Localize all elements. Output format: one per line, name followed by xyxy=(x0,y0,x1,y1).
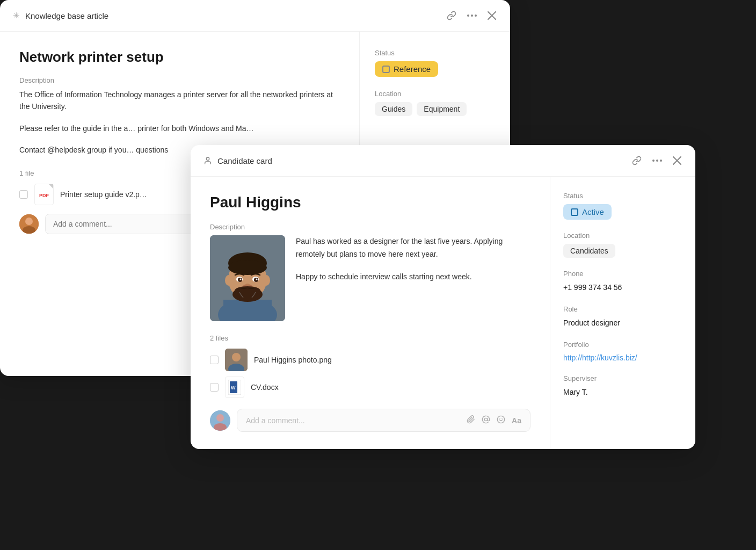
candidate-file-item-photo: Paul Higgins photo.png xyxy=(210,349,530,371)
candidate-desc-text-2: Happy to schedule interview calls starti… xyxy=(296,271,530,284)
svg-point-6 xyxy=(25,218,33,225)
candidate-link-button[interactable] xyxy=(631,155,643,167)
svg-point-21 xyxy=(228,260,267,275)
candidate-sidebar: Status Active Location Candidates Phone … xyxy=(550,177,695,449)
candidate-photo xyxy=(210,235,285,321)
candidate-role-section: Role Product designer xyxy=(563,305,682,329)
kb-location-tag-guides[interactable]: Guides xyxy=(375,102,412,116)
kb-description-section: Description The Office of Information Te… xyxy=(19,76,340,156)
candidate-card-title: Candidate card xyxy=(217,156,272,165)
svg-text:W: W xyxy=(231,385,236,390)
candidate-location-label: Location xyxy=(563,231,682,240)
kb-article-title: Network printer setup xyxy=(19,49,340,66)
svg-point-29 xyxy=(256,279,258,280)
candidate-dots-button[interactable] xyxy=(651,158,663,163)
candidate-photo-thumb xyxy=(225,349,248,371)
svg-point-0 xyxy=(467,15,469,17)
candidate-file-name-photo: Paul Higgins photo.png xyxy=(254,356,332,364)
kb-link-button[interactable] xyxy=(446,10,457,21)
kb-location-section: Location Guides Equipment xyxy=(375,90,495,116)
candidate-files-count: 2 files xyxy=(210,334,530,342)
candidate-description-section: Description xyxy=(210,223,530,321)
svg-point-1 xyxy=(471,15,473,17)
kb-location-tags: Guides Equipment xyxy=(375,102,495,116)
candidate-portfolio-link[interactable]: http://http://kuvzlis.biz/ xyxy=(563,353,637,362)
svg-point-23 xyxy=(263,275,270,286)
candidate-location-section: Location Candidates xyxy=(563,231,682,258)
svg-point-8 xyxy=(206,157,209,160)
kb-description-text-1: The Office of Information Technology man… xyxy=(19,89,340,113)
candidate-name: Paul Higgins xyxy=(210,194,530,211)
candidate-superviser-value: Mary T. xyxy=(563,387,682,398)
candidate-comment-placeholder: Add a comment... xyxy=(246,416,305,425)
kb-location-tag-equipment[interactable]: Equipment xyxy=(417,102,467,116)
kb-location-label: Location xyxy=(375,90,495,98)
kb-status-value: Reference xyxy=(394,64,431,74)
at-icon[interactable] xyxy=(482,415,490,425)
candidate-files-section: 2 files Paul Higgins photo.png xyxy=(210,334,530,398)
candidate-status-checkbox xyxy=(571,208,578,216)
candidate-file-name-cv: CV.docx xyxy=(251,383,279,392)
kb-commenter-avatar xyxy=(19,214,39,234)
text-format-icon[interactable]: Aa xyxy=(512,416,521,425)
candidate-superviser-label: Superviser xyxy=(563,374,682,382)
svg-point-22 xyxy=(225,275,232,286)
emoji-icon[interactable] xyxy=(497,415,505,425)
candidate-comment-input[interactable]: Add a comment... Aa xyxy=(237,409,530,432)
candidate-desc-text: Paul has worked as a designer for the la… xyxy=(296,235,530,261)
candidate-header-left: Candidate card xyxy=(203,156,272,165)
kb-file-checkbox[interactable] xyxy=(19,190,28,199)
svg-point-28 xyxy=(240,279,242,280)
candidate-card-header: Candidate card xyxy=(191,145,695,177)
word-icon: W xyxy=(225,377,244,398)
candidate-description-label: Description xyxy=(210,223,530,231)
candidate-comment-row: Add a comment... Aa xyxy=(210,409,530,432)
candidate-phone-label: Phone xyxy=(563,270,682,278)
candidate-role-value: Product designer xyxy=(563,317,682,329)
kb-status-checkbox xyxy=(382,66,390,73)
candidate-file-checkbox-1[interactable] xyxy=(210,356,219,364)
candidate-status-section: Status Active xyxy=(563,192,682,220)
svg-point-2 xyxy=(475,15,477,17)
candidate-portfolio-section: Portfolio http://http://kuvzlis.biz/ xyxy=(563,341,682,363)
candidate-desc-text-container: Paul has worked as a designer for the la… xyxy=(296,235,530,283)
candidate-phone-section: Phone +1 999 374 34 56 xyxy=(563,270,682,293)
candidate-location-tags: Candidates xyxy=(563,244,682,258)
candidate-status-badge[interactable]: Active xyxy=(563,204,612,220)
candidate-role-label: Role xyxy=(563,305,682,313)
pdf-icon: PDF xyxy=(34,184,54,205)
kb-header-right xyxy=(446,10,497,21)
candidate-location-tag[interactable]: Candidates xyxy=(563,244,615,258)
svg-point-44 xyxy=(484,418,487,421)
kb-card-title: Knowledge base article xyxy=(25,11,108,20)
svg-point-11 xyxy=(660,160,662,162)
svg-point-45 xyxy=(497,416,504,423)
candidate-file-checkbox-2[interactable] xyxy=(210,383,219,392)
kb-status-badge[interactable]: Reference xyxy=(375,61,438,77)
candidate-portfolio-label: Portfolio xyxy=(563,341,682,349)
candidate-header-right xyxy=(631,155,682,167)
svg-point-42 xyxy=(216,414,224,422)
kb-description-label: Description xyxy=(19,76,340,84)
candidate-card-body: Paul Higgins Description xyxy=(191,177,695,449)
paperclip-icon[interactable] xyxy=(467,415,475,425)
candidate-superviser-section: Superviser Mary T. xyxy=(563,374,682,398)
kb-file-name: Printer setup guide v2.p… xyxy=(60,190,147,199)
kb-description-text-2: Please refer to the guide in the a… prin… xyxy=(19,122,340,134)
kb-card-header: ✳ Knowledge base article xyxy=(0,0,510,32)
candidate-file-item-cv: W CV.docx xyxy=(210,377,530,398)
candidate-commenter-avatar xyxy=(210,410,230,431)
kb-close-button[interactable] xyxy=(486,10,497,21)
svg-rect-17 xyxy=(223,300,272,321)
candidate-status-label: Status xyxy=(563,192,682,200)
svg-point-10 xyxy=(656,160,658,162)
candidate-close-button[interactable] xyxy=(672,155,682,166)
person-icon xyxy=(203,156,212,165)
kb-status-section: Status Reference xyxy=(375,49,495,77)
candidate-card: Candidate card Paul Higgins Description xyxy=(191,145,695,449)
pin-icon: ✳ xyxy=(13,11,20,20)
candidate-main: Paul Higgins Description xyxy=(191,177,550,449)
kb-dots-button[interactable] xyxy=(466,13,478,18)
kb-header-left: ✳ Knowledge base article xyxy=(13,11,108,20)
kb-status-label: Status xyxy=(375,49,495,57)
